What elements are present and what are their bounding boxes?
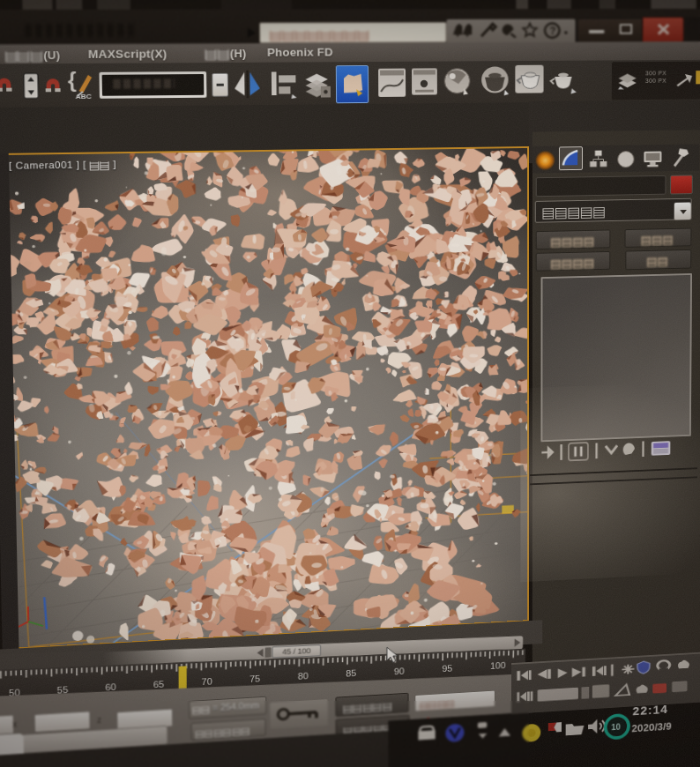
svg-text:10: 10 bbox=[611, 723, 621, 732]
svg-text:?: ? bbox=[549, 26, 555, 37]
svg-text:{: { bbox=[67, 68, 77, 92]
svg-text:ABC: ABC bbox=[75, 92, 91, 100]
